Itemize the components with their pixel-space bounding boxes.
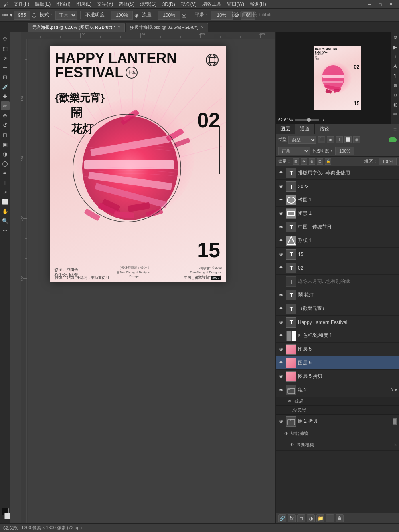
char-icon[interactable]: A [391, 62, 399, 70]
eye-icon[interactable]: 👁 [278, 265, 284, 271]
history-tool[interactable]: ↺ [1, 121, 10, 129]
menu-item-type[interactable]: 文字(Y) [95, 1, 115, 8]
close-button[interactable]: ✕ [385, 0, 396, 9]
zoom-slider-bg[interactable] [295, 119, 319, 121]
eye-icon[interactable]: 👁 [278, 278, 284, 285]
eye-icon[interactable]: 👁 [278, 306, 284, 312]
brush-panel-icon[interactable]: ✏ [391, 110, 399, 118]
eye-icon[interactable]: 👁 [278, 224, 284, 230]
tab-paths[interactable]: 路径 [315, 124, 334, 134]
menu-item-image[interactable]: 图像(I) [54, 1, 73, 8]
effect-row[interactable]: 👁 效果 [276, 397, 399, 406]
menu-item-plugins[interactable]: 增效工具 [200, 1, 224, 8]
maximize-button[interactable]: □ [375, 0, 385, 9]
table-icon[interactable]: ⊟ [391, 91, 399, 99]
menu-item-layer[interactable]: 图层(L) [74, 1, 94, 8]
clone-tool[interactable]: ⊕ [1, 111, 10, 120]
sub-row[interactable]: 👁 高斯模糊 fx [276, 439, 399, 451]
layer-row[interactable]: 👁 T 鬧 花灯 [276, 288, 399, 302]
lock-all-icon[interactable]: 🔒 [325, 158, 331, 165]
eye-icon[interactable]: 👁 [278, 238, 284, 244]
zoom-up-arrow[interactable]: ▲ [322, 118, 326, 122]
layer-row[interactable]: 👁 T （歡樂元宵） [276, 302, 399, 316]
grid-icon[interactable]: ⊞ [391, 81, 399, 89]
opacity-row-input[interactable] [335, 147, 354, 155]
flow-icon[interactable]: ◎ [182, 12, 186, 18]
lock-position-icon[interactable]: ⊕ [309, 158, 315, 165]
paragraph-icon[interactable]: ¶ [391, 72, 399, 80]
smooth-input[interactable] [211, 11, 233, 20]
layers-list[interactable]: 👁 T 排版用字仅...非商业使用 👁 T 2023 👁 椭圆 1 [276, 166, 399, 513]
eye-icon[interactable]: 👁 [278, 418, 284, 425]
brush-tool[interactable]: ✏ [1, 101, 10, 110]
filter-icon-smart[interactable]: ◎ [353, 136, 360, 143]
menu-item-select[interactable]: 选择(S) [116, 1, 137, 8]
layer-row[interactable]: 👁 图层 6 [276, 356, 399, 370]
layer-row[interactable]: 👁 T 中国 传统节日 [276, 220, 399, 234]
filter-icon-pixel[interactable]: ⬛ [318, 136, 325, 143]
link-layers-btn[interactable]: 🔗 [278, 514, 286, 522]
eye-icon[interactable]: 👁 [278, 210, 284, 217]
menu-item-help[interactable]: 帮助(H) [247, 1, 269, 8]
zoom-tool[interactable]: 🔍 [1, 216, 10, 225]
history-panel-icon[interactable]: ↺ [391, 34, 399, 42]
menu-item-view[interactable]: 视图(V) [178, 1, 199, 8]
tab-channels[interactable]: 通道 [295, 124, 315, 134]
add-mask-btn[interactable]: ◻ [297, 514, 305, 522]
filter-select[interactable]: 类型 [288, 136, 316, 144]
lock-checkerboard-icon[interactable]: ⊞ [293, 158, 299, 165]
brush-preset-icon[interactable]: ⬡ [32, 12, 36, 18]
filter-toggle[interactable] [389, 137, 397, 142]
minimize-button[interactable]: ─ [365, 0, 375, 9]
eye-icon[interactable]: 👁 [278, 251, 284, 258]
selection-tool[interactable]: ⬚ [1, 44, 10, 53]
more-tools[interactable]: ⋯ [1, 226, 10, 235]
eraser-tool[interactable]: ◻ [1, 130, 10, 139]
eye-icon[interactable]: 👁 [290, 443, 294, 447]
pen-tool[interactable]: ✒ [1, 169, 10, 177]
play-icon[interactable]: ▶ [391, 43, 399, 51]
fill-row-input[interactable] [379, 158, 397, 165]
blend-mode-select[interactable]: 正常 [278, 147, 310, 155]
lock-move-icon[interactable]: ✥ [301, 158, 307, 165]
tab-1[interactable]: 元宵海报.psd @ 62.6% (图层 6, RGB/8#) * ✕ [28, 23, 125, 32]
layer-row[interactable]: 👁 矩形 1 [276, 207, 399, 220]
layer-row[interactable]: 👁 T 02 [276, 261, 399, 275]
eyedropper-tool[interactable]: 💉 [1, 82, 10, 91]
eye-icon[interactable]: 👁 [278, 170, 284, 176]
canvas-wrapper[interactable]: HAPPY LANTERN FESTIVAL 十五 [50, 46, 226, 282]
gradient-tool[interactable]: ▣ [1, 140, 10, 149]
eye-icon[interactable]: 👁 [284, 431, 288, 436]
magic-wand-tool[interactable]: ⁜ [1, 63, 10, 72]
canvas-area[interactable]: 150 300 450 600 150 [10, 32, 275, 523]
eye-icon[interactable]: 👁 [288, 399, 292, 403]
eye-icon[interactable]: 👁 [278, 197, 284, 203]
menu-item-3d[interactable]: 3D(D) [160, 2, 178, 7]
layer-row[interactable]: 👁 T 排版用字仅...非商业使用 [276, 166, 399, 180]
eye-icon[interactable]: 👁 [278, 360, 284, 366]
effect-row[interactable]: 外发光 [276, 406, 399, 415]
layer-row[interactable]: 👁 T Happy Lantern Festival [276, 316, 399, 329]
eye-icon[interactable]: 👁 [278, 346, 284, 353]
new-layer-btn[interactable]: + [326, 514, 334, 522]
sub-row[interactable]: 👁 智能滤镜 [276, 428, 399, 439]
eye-icon[interactable]: 👁 [278, 292, 284, 298]
layer-row[interactable]: 👁 形状 1 [276, 234, 399, 248]
crop-tool[interactable]: ⊡ [1, 73, 10, 81]
adjustment-icon[interactable]: ◐ [391, 101, 399, 109]
layer-row[interactable]: 👁 椭圆 1 [276, 193, 399, 207]
info-icon[interactable]: ℹ [391, 53, 399, 61]
shape-tool[interactable]: ⬜ [1, 197, 10, 206]
layer-row[interactable]: 👁 图层 5 拷贝 [276, 370, 399, 383]
hand-tool[interactable]: ✋ [1, 207, 10, 216]
heal-tool[interactable]: ✚ [1, 92, 10, 101]
move-tool[interactable]: ✥ [1, 34, 10, 43]
lasso-tool[interactable]: ⌀ [1, 54, 10, 62]
eye-icon[interactable]: 👁 [278, 387, 284, 393]
brush-size-input[interactable] [14, 11, 30, 20]
menu-item-edit[interactable]: 编辑(E) [32, 1, 53, 8]
background-color[interactable] [4, 513, 11, 519]
layer-row[interactable]: 👁 T 15 [276, 248, 399, 261]
eye-icon[interactable]: 👁 [278, 319, 284, 326]
filter-icon-type[interactable]: T [336, 136, 343, 143]
